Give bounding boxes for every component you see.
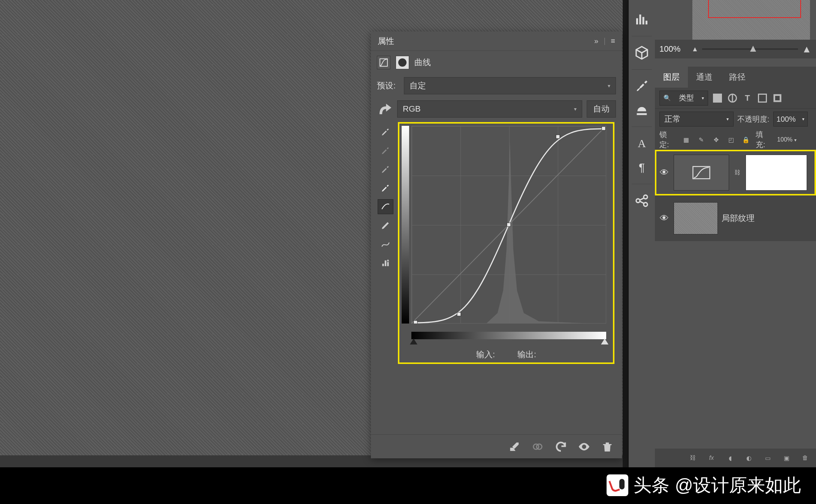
layer-filter-row: 🔍 类型 ▾ T bbox=[655, 88, 816, 109]
collapsed-dock: A ¶ bbox=[629, 0, 655, 467]
curves-layer-thumb[interactable] bbox=[674, 155, 729, 191]
lock-transparency-icon[interactable]: ▦ bbox=[681, 136, 691, 143]
white-point-eyedropper-icon[interactable] bbox=[378, 180, 393, 195]
lock-position-icon[interactable]: ✥ bbox=[711, 136, 721, 143]
channel-value: RGB bbox=[403, 104, 421, 114]
properties-panel: 属性 » | ≡ 曲线 预设: 自定 ▾ RGB ▾ 自动 bbox=[371, 31, 622, 458]
previous-state-icon[interactable] bbox=[531, 440, 544, 453]
visibility-toggle-icon[interactable]: 👁 bbox=[659, 167, 670, 178]
filter-adjustment-icon[interactable] bbox=[727, 92, 738, 104]
opacity-label: 不透明度: bbox=[737, 114, 770, 124]
histogram-dock-icon[interactable] bbox=[634, 12, 649, 27]
filter-pixel-icon[interactable] bbox=[712, 92, 723, 104]
draw-curve-pencil-icon[interactable] bbox=[378, 218, 393, 233]
auto-button[interactable]: 自动 bbox=[587, 100, 616, 118]
lock-artboard-icon[interactable]: ◰ bbox=[726, 136, 736, 143]
filter-smart-icon[interactable] bbox=[772, 92, 783, 104]
preset-label: 预设: bbox=[377, 80, 399, 91]
layer-name[interactable]: 局部纹理 bbox=[722, 213, 755, 224]
filter-type-dropdown[interactable]: 🔍 类型 ▾ bbox=[659, 91, 708, 106]
clip-to-layer-icon[interactable] bbox=[508, 440, 521, 453]
lock-all-icon[interactable]: 🔒 bbox=[741, 136, 751, 143]
curves-graph[interactable] bbox=[402, 126, 606, 330]
fill-dropdown[interactable]: 100% ▾ bbox=[777, 136, 812, 143]
swatches-dock-icon[interactable] bbox=[634, 103, 649, 118]
blend-mode-dropdown[interactable]: 正常 ▾ bbox=[659, 112, 734, 127]
preset-value: 自定 bbox=[409, 80, 426, 91]
fill-value: 100% bbox=[777, 136, 792, 143]
preset-dropdown[interactable]: 自定 ▾ bbox=[404, 77, 616, 94]
svg-rect-4 bbox=[507, 223, 511, 227]
layer-row-texture[interactable]: 👁 局部纹理 bbox=[655, 195, 816, 241]
curves-highlight-box: 输入: 输出: bbox=[398, 122, 614, 364]
zoom-value[interactable]: 100% bbox=[659, 44, 688, 54]
layers-list: 👁 ⛓ 👁 局部纹理 bbox=[655, 150, 816, 241]
new-layer-icon[interactable]: ▣ bbox=[781, 455, 792, 462]
tab-layers[interactable]: 图层 bbox=[655, 67, 688, 88]
curves-svg bbox=[411, 126, 606, 324]
3d-dock-icon[interactable] bbox=[634, 45, 649, 60]
paragraph-dock-icon[interactable]: ¶ bbox=[634, 160, 649, 175]
gray-point-eyedropper-icon[interactable] bbox=[378, 162, 393, 177]
filter-shape-icon[interactable] bbox=[757, 92, 768, 104]
svg-rect-2 bbox=[414, 321, 417, 324]
visibility-toggle-icon[interactable]: 👁 bbox=[659, 213, 670, 224]
layers-footer: ⛓ fx ◖ ◐ ▭ ▣ 🗑 bbox=[655, 449, 816, 467]
fill-label: 填充: bbox=[756, 130, 773, 150]
collapse-icon[interactable]: » bbox=[594, 37, 598, 45]
edit-points-icon[interactable] bbox=[378, 199, 393, 214]
svg-rect-3 bbox=[457, 312, 461, 316]
input-gradient bbox=[411, 332, 606, 339]
watermark-brand: 头条 bbox=[634, 473, 670, 497]
character-dock-icon[interactable]: A bbox=[634, 136, 649, 151]
zoom-in-icon[interactable]: ▲ bbox=[802, 43, 812, 55]
layer-mask-thumb[interactable] bbox=[746, 155, 807, 191]
link-mask-icon[interactable]: ⛓ bbox=[733, 169, 742, 176]
navigator-thumbnail[interactable] bbox=[692, 0, 810, 41]
sample-eyedropper-icon[interactable] bbox=[378, 124, 393, 139]
tab-paths[interactable]: 路径 bbox=[721, 67, 754, 88]
smooth-curve-icon[interactable] bbox=[378, 237, 393, 252]
layer-fx-icon[interactable]: fx bbox=[706, 455, 717, 461]
curves-tool-column bbox=[377, 122, 394, 364]
channel-dropdown[interactable]: RGB ▾ bbox=[397, 100, 582, 118]
clip-warning-icon[interactable] bbox=[378, 255, 393, 270]
svg-rect-14 bbox=[759, 94, 767, 102]
filter-type-label: 类型 bbox=[679, 93, 694, 103]
brush-dock-icon[interactable] bbox=[634, 79, 649, 94]
adjustment-type-label: 曲线 bbox=[414, 57, 431, 68]
filter-type-t-icon[interactable]: T bbox=[742, 92, 753, 104]
lock-row: 锁定: ▦ ✎ ✥ ◰ 🔒 填充: 100% ▾ bbox=[655, 130, 816, 150]
panel-menu-icon[interactable]: ≡ bbox=[611, 37, 615, 45]
delete-adjustment-icon[interactable] bbox=[601, 440, 614, 453]
svg-point-10 bbox=[644, 195, 647, 199]
lock-image-icon[interactable]: ✎ bbox=[696, 136, 706, 143]
lock-label: 锁定: bbox=[659, 130, 676, 150]
add-mask-icon[interactable]: ◖ bbox=[725, 455, 736, 462]
svg-rect-6 bbox=[602, 127, 605, 130]
svg-rect-16 bbox=[775, 96, 780, 100]
toggle-visibility-icon[interactable] bbox=[578, 440, 590, 453]
black-point-eyedropper-icon[interactable] bbox=[378, 143, 393, 158]
toutiao-logo-icon bbox=[607, 474, 628, 496]
zoom-out-icon[interactable]: ▲ bbox=[692, 45, 698, 53]
layer-mask-icon bbox=[396, 56, 409, 69]
navigator-view-box[interactable] bbox=[708, 0, 801, 18]
link-layers-icon[interactable]: ⛓ bbox=[687, 455, 698, 461]
chevron-down-icon: ▾ bbox=[608, 83, 610, 89]
share-dock-icon[interactable] bbox=[634, 193, 649, 208]
properties-title: 属性 bbox=[378, 36, 394, 47]
zoom-slider[interactable] bbox=[702, 48, 798, 50]
adjustment-type-row: 曲线 bbox=[371, 51, 622, 74]
new-adjustment-icon[interactable]: ◐ bbox=[743, 455, 755, 462]
on-image-adjust-icon[interactable] bbox=[377, 101, 393, 117]
tab-channels[interactable]: 通道 bbox=[688, 67, 721, 88]
new-group-icon[interactable]: ▭ bbox=[762, 455, 773, 462]
delete-layer-icon[interactable]: 🗑 bbox=[800, 455, 811, 461]
preset-row: 预设: 自定 ▾ bbox=[371, 74, 622, 97]
layer-row-curves[interactable]: 👁 ⛓ bbox=[655, 150, 816, 195]
reset-icon[interactable] bbox=[554, 440, 567, 453]
properties-header: 属性 » | ≡ bbox=[371, 31, 622, 51]
opacity-dropdown[interactable]: 100% ▾ bbox=[773, 112, 808, 127]
texture-layer-thumb[interactable] bbox=[674, 202, 718, 234]
